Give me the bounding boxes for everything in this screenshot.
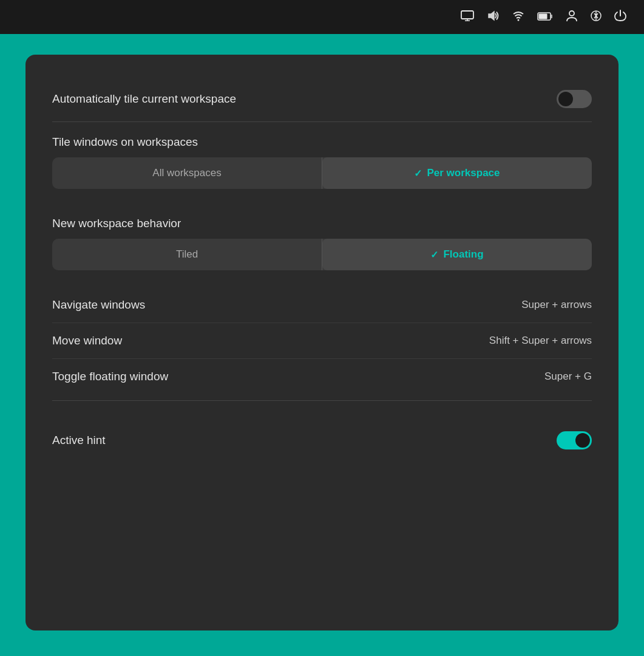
- all-workspaces-option[interactable]: All workspaces: [52, 157, 322, 189]
- tile-windows-segmented: All workspaces ✓ Per workspace: [52, 157, 592, 189]
- floating-option[interactable]: ✓ Floating: [322, 239, 592, 270]
- shortcuts-section: Navigate windows Super + arrows Move win…: [52, 287, 592, 394]
- svg-rect-9: [551, 15, 552, 18]
- auto-tile-toggle[interactable]: [557, 90, 592, 108]
- move-window-value: Shift + Super + arrows: [489, 335, 592, 347]
- move-window-label: Move window: [52, 334, 122, 347]
- battery-icon[interactable]: [537, 10, 553, 24]
- svg-rect-0: [461, 11, 473, 19]
- tiled-option[interactable]: Tiled: [52, 239, 322, 270]
- user-icon[interactable]: [565, 9, 578, 26]
- svg-rect-8: [539, 13, 547, 19]
- new-workspace-label: New workspace behavior: [52, 217, 592, 230]
- wifi-icon[interactable]: [512, 9, 525, 26]
- active-hint-toggle[interactable]: [557, 431, 592, 449]
- per-workspace-check-icon: ✓: [414, 168, 422, 179]
- svg-point-6: [518, 19, 520, 21]
- navigate-windows-row: Navigate windows Super + arrows: [52, 287, 592, 323]
- tile-windows-section: Tile windows on workspaces All workspace…: [52, 125, 592, 189]
- floating-label: Floating: [443, 248, 483, 261]
- toggle-floating-row: Toggle floating window Super + G: [52, 359, 592, 394]
- auto-tile-toggle-knob: [558, 92, 573, 106]
- new-workspace-section: New workspace behavior Tiled ✓ Floating: [52, 206, 592, 270]
- active-hint-row: Active hint: [52, 420, 592, 460]
- svg-rect-1: [464, 11, 471, 19]
- topbar: [0, 0, 644, 34]
- tile-windows-label: Tile windows on workspaces: [52, 135, 592, 149]
- toggle-floating-value: Super + G: [544, 371, 592, 383]
- volume-icon[interactable]: [486, 9, 500, 26]
- power-icon[interactable]: [614, 9, 627, 26]
- all-workspaces-label: All workspaces: [152, 167, 221, 179]
- svg-point-10: [569, 11, 574, 16]
- new-workspace-segmented: Tiled ✓ Floating: [52, 239, 592, 270]
- per-workspace-label: Per workspace: [427, 167, 500, 179]
- svg-marker-5: [489, 12, 494, 20]
- toggle-floating-label: Toggle floating window: [52, 370, 168, 383]
- navigate-windows-label: Navigate windows: [52, 298, 145, 312]
- floating-check-icon: ✓: [430, 249, 438, 261]
- navigate-windows-value: Super + arrows: [521, 299, 592, 311]
- per-workspace-option[interactable]: ✓ Per workspace: [322, 157, 592, 189]
- divider-2: [52, 400, 592, 401]
- divider-1: [52, 121, 592, 122]
- move-window-row: Move window Shift + Super + arrows: [52, 323, 592, 358]
- settings-panel: Automatically tile current workspace Til…: [25, 55, 619, 630]
- display-icon[interactable]: [461, 9, 474, 26]
- auto-tile-row: Automatically tile current workspace: [52, 79, 592, 119]
- active-hint-label: Active hint: [52, 434, 106, 447]
- active-hint-toggle-knob: [575, 433, 590, 448]
- bluetooth-icon[interactable]: [591, 9, 602, 26]
- auto-tile-label: Automatically tile current workspace: [52, 92, 236, 106]
- tiled-label: Tiled: [176, 248, 198, 261]
